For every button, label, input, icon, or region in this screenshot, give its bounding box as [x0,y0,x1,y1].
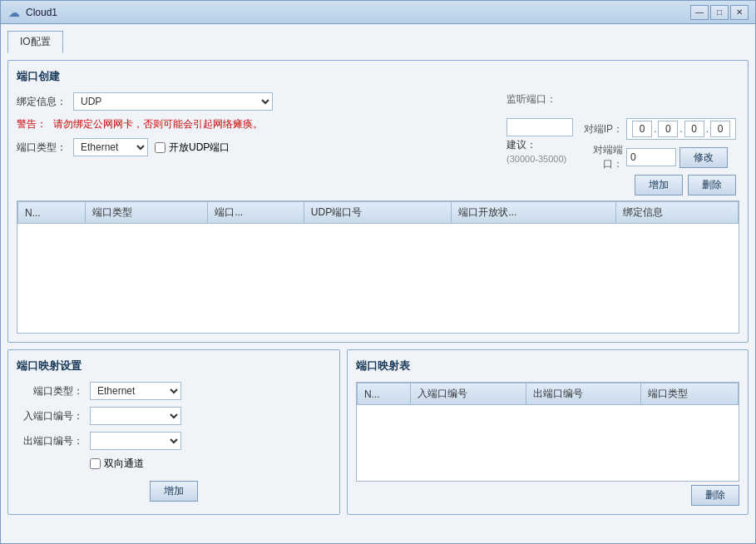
ip-dot-1: . [654,123,656,135]
window-icon: ☁ [7,6,21,19]
binding-select[interactable]: UDP TCP [73,92,273,111]
monitor-port-block: 30000 建议： (30000-35000) [506,118,573,164]
mapping-table-container: N... 入端口编号 出端口编号 端口类型 [356,382,739,482]
in-port-label: 入端口编号： [17,409,83,423]
remote-port-label: 对端端口： [581,143,623,171]
udp-checkbox[interactable] [155,142,166,153]
col-port-num: 端口... [208,202,304,224]
main-window: ☁ Cloud1 — □ ✕ IO配置 端口创建 绑定信息： UDP [0,0,756,544]
map-col-num: N... [358,383,411,405]
window-title: Cloud1 [26,7,690,18]
remote-port-row: 对端端口： 修改 [581,143,736,171]
col-num: N... [18,202,86,224]
remote-ip-label: 对端IP： [581,122,623,136]
ip-boxes: . . . [626,118,736,140]
ip-octet-3[interactable] [684,121,704,137]
close-button[interactable]: ✕ [730,5,749,20]
monitor-port-input[interactable]: 30000 [506,118,573,136]
content-area: IO配置 端口创建 绑定信息： UDP TCP 警告： [1,24,755,543]
udp-label: 开放UDP端口 [169,141,230,155]
port-type-label: 端口类型： [17,141,67,155]
port-mapping-table-panel: 端口映射表 N... 入端口编号 出端口编号 端口类型 [347,349,749,515]
mapping-table-header: N... 入端口编号 出端口编号 端口类型 [358,383,739,405]
monitor-port-row: 监听端口： [506,92,739,106]
ip-dot-2: . [679,123,682,135]
col-port-status: 端口开放状... [452,202,615,224]
mapping-port-type-select[interactable]: Ethernet Serial USB [90,382,181,400]
mapping-add-button[interactable]: 增加 [150,481,198,502]
modify-button[interactable]: 修改 [679,147,728,168]
mapping-form: 端口类型： Ethernet Serial USB 入端口编号： [17,382,331,502]
warning-row: 警告： 请勿绑定公网网卡，否则可能会引起网络瘫痪。 [17,117,493,131]
ip-octet-4[interactable] [710,121,730,137]
ip-port-block: 对端IP： . . . [581,118,736,195]
in-port-select[interactable] [90,407,181,425]
tab-io-config[interactable]: IO配置 [7,31,63,53]
bidirectional-checkbox-row: 双向通道 [90,457,144,471]
titlebar-buttons: — □ ✕ [690,5,749,20]
mapping-delete-action: 删除 [356,485,739,506]
port-mapping-table-title: 端口映射表 [356,359,739,373]
udp-checkbox-row: 开放UDP端口 [155,141,230,155]
delete-port-button[interactable]: 删除 [688,175,736,195]
mapping-port-type-label: 端口类型： [17,384,83,398]
tab-bar: IO配置 [7,31,749,53]
binding-row: 绑定信息： UDP TCP [17,92,493,111]
suggestion-row: 建议： [506,138,573,152]
mapping-add-action: 增加 [17,481,331,502]
action-buttons: 增加 删除 [581,175,736,195]
ip-octet-1[interactable] [632,121,652,137]
remote-ip-row: 对端IP： . . . [581,118,736,140]
bidirectional-checkbox[interactable] [90,458,101,469]
bottom-panels: 端口映射设置 端口类型： Ethernet Serial USB 入端口编号： [7,349,749,515]
titlebar: ☁ Cloud1 — □ ✕ [1,1,755,24]
out-port-label: 出端口编号： [17,434,83,448]
remote-port-input[interactable] [626,148,676,166]
port-creation-panel: 端口创建 绑定信息： UDP TCP 警告： 请勿绑定公网网卡，否则可能会引起 [7,60,749,343]
warning-prefix: 警告： [17,117,47,131]
port-mapping-title: 端口映射设置 [17,359,331,373]
add-port-button[interactable]: 增加 [635,175,683,195]
suggestion-range: (30000-35000) [506,154,573,164]
maximize-button[interactable]: □ [710,5,729,20]
ip-dot-3: . [706,123,709,135]
col-port-type: 端口类型 [85,202,207,224]
mapping-port-type-row: 端口类型： Ethernet Serial USB [17,382,331,400]
port-creation-title: 端口创建 [17,69,739,84]
port-creation-right: 监听端口： 30000 建议： (30000-35000) [506,92,739,195]
warning-text: 请勿绑定公网网卡，否则可能会引起网络瘫痪。 [53,117,263,131]
port-mapping-panel: 端口映射设置 端口类型： Ethernet Serial USB 入端口编号： [7,349,340,515]
map-col-type: 端口类型 [641,383,739,405]
monitor-ip-block: 30000 建议： (30000-35000) 对端IP： [506,118,739,195]
port-table: N... 端口类型 端口... UDP端口号 端口开放状... 绑定信息 [17,201,739,224]
ip-octet-2[interactable] [658,121,678,137]
map-col-in: 入端口编号 [411,383,526,405]
bidirectional-label: 双向通道 [104,457,144,471]
col-binding: 绑定信息 [615,202,738,224]
port-table-wrapper: N... 端口类型 端口... UDP端口号 端口开放状... 绑定信息 [17,200,739,334]
in-port-row: 入端口编号： [17,407,331,425]
port-type-select[interactable]: Ethernet Serial USB [73,138,148,156]
suggestion-label: 建议： [506,138,536,152]
port-type-row: 端口类型： Ethernet Serial USB 开放UDP端口 [17,138,493,156]
monitor-port-label: 监听端口： [506,92,556,106]
minimize-button[interactable]: — [690,5,709,20]
map-col-out: 出端口编号 [526,383,640,405]
binding-label: 绑定信息： [17,95,67,109]
out-port-row: 出端口编号： [17,432,331,450]
col-udp-port: UDP端口号 [304,202,452,224]
port-creation-left: 绑定信息： UDP TCP 警告： 请勿绑定公网网卡，否则可能会引起网络瘫痪。 … [17,92,493,195]
mapping-table: N... 入端口编号 出端口编号 端口类型 [357,383,739,405]
port-table-header: N... 端口类型 端口... UDP端口号 端口开放状... 绑定信息 [18,202,739,224]
port-creation-inner: 绑定信息： UDP TCP 警告： 请勿绑定公网网卡，否则可能会引起网络瘫痪。 … [17,92,739,195]
bidirectional-row: 双向通道 [17,457,331,471]
mapping-delete-button[interactable]: 删除 [691,485,739,506]
out-port-select[interactable] [90,432,181,450]
